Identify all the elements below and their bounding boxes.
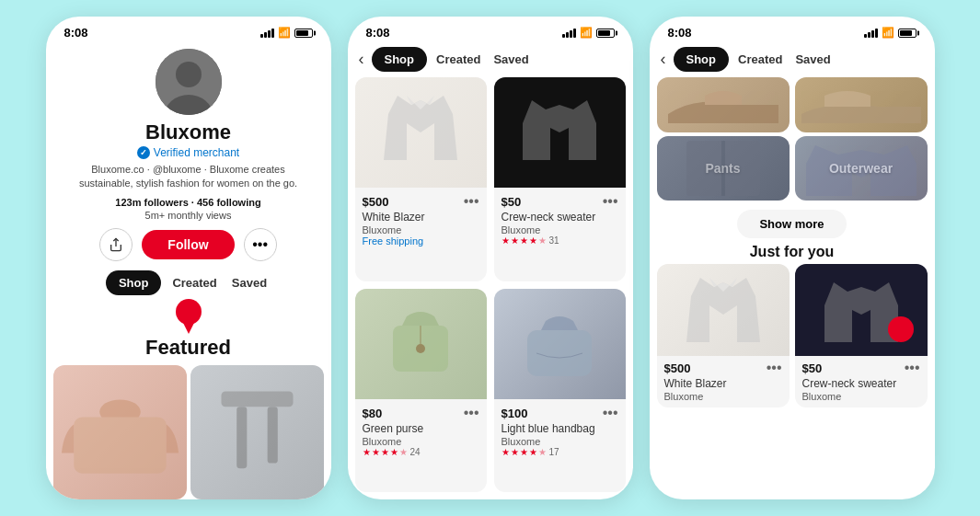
product-card-1[interactable]: $500 ••• White Blazer Bluxome Free shipp… bbox=[355, 77, 487, 281]
shop-grid: $500 ••• White Blazer Bluxome Free shipp… bbox=[348, 77, 633, 499]
more-button[interactable]: ••• bbox=[244, 228, 277, 261]
jfy-grid: $500 ••• White Blazer Bluxome bbox=[650, 264, 935, 415]
featured-label: Featured bbox=[145, 336, 231, 360]
product-info-2: $50 ••• Crew-neck sweater Bluxome ★★★★★ … bbox=[494, 188, 626, 253]
category-shoes2[interactable] bbox=[795, 77, 928, 132]
jfy-name-2: Crew-neck sweater bbox=[802, 377, 920, 390]
tab-saved-3[interactable]: Saved bbox=[791, 47, 834, 72]
tab-created-3[interactable]: Created bbox=[734, 47, 786, 72]
featured-image-1 bbox=[53, 365, 187, 499]
tab-created[interactable]: Created bbox=[168, 270, 220, 295]
verified-icon: ✓ bbox=[137, 146, 150, 159]
time-2: 8:08 bbox=[366, 26, 390, 40]
product-info-4: $100 ••• Light blue handbag Bluxome ★★★★… bbox=[494, 399, 626, 464]
share-button[interactable] bbox=[99, 228, 133, 261]
product-seller-4: Bluxome bbox=[502, 436, 618, 447]
svg-rect-6 bbox=[221, 391, 293, 407]
jfy-card-2[interactable]: $50 ••• Crew-neck sweater Bluxome bbox=[795, 264, 928, 407]
product-price-4: $100 bbox=[502, 407, 528, 420]
wifi-icon: 📶 bbox=[278, 27, 291, 39]
featured-images bbox=[46, 365, 331, 499]
tab-created-2[interactable]: Created bbox=[432, 47, 484, 72]
product-seller-2: Bluxome bbox=[502, 224, 618, 235]
stars-4: ★★★★★ 17 bbox=[502, 447, 618, 457]
top-categories bbox=[650, 77, 935, 136]
product-card-3[interactable]: $80 ••• Green purse Bluxome ★★★★★ 24 bbox=[355, 289, 487, 492]
jfy-price-2: $50 bbox=[802, 361, 823, 375]
product-seller-1: Bluxome bbox=[363, 224, 479, 235]
stars-3: ★★★★★ 24 bbox=[363, 447, 479, 457]
product-dots-3[interactable]: ••• bbox=[464, 405, 479, 421]
product-dots-1[interactable]: ••• bbox=[464, 193, 479, 210]
tab-shop[interactable]: Shop bbox=[106, 270, 162, 295]
product-dots-4[interactable]: ••• bbox=[603, 405, 618, 421]
svg-rect-7 bbox=[236, 407, 247, 468]
phone1: 8:08 📶 bbox=[46, 17, 331, 499]
jfy-info-1: $500 ••• White Blazer Bluxome bbox=[657, 356, 790, 407]
phone2: 8:08 📶 ‹ Shop Created Saved bbox=[348, 17, 633, 499]
follow-button[interactable]: Follow bbox=[142, 230, 234, 259]
signal-icon-2 bbox=[562, 29, 576, 38]
product-name-1: White Blazer bbox=[363, 211, 479, 224]
tab-saved-2[interactable]: Saved bbox=[490, 47, 532, 72]
product-info-3: $80 ••• Green purse Bluxome ★★★★★ 24 bbox=[355, 399, 487, 464]
svg-rect-5 bbox=[74, 417, 166, 473]
profile-views: 5m+ monthly views bbox=[145, 210, 232, 221]
svg-point-10 bbox=[416, 344, 425, 353]
jfy-info-2: $50 ••• Crew-neck sweater Bluxome bbox=[795, 356, 928, 407]
category-shoes1[interactable] bbox=[657, 77, 790, 132]
product-card-2[interactable]: $50 ••• Crew-neck sweater Bluxome ★★★★★ … bbox=[494, 77, 626, 281]
status-bar-2: 8:08 📶 bbox=[348, 17, 633, 43]
product-card-4[interactable]: $100 ••• Light blue handbag Bluxome ★★★★… bbox=[494, 289, 626, 492]
red-circle bbox=[888, 316, 914, 342]
product-name-3: Green purse bbox=[363, 422, 479, 435]
profile-tabs: Shop Created Saved bbox=[106, 270, 271, 295]
tab-shop-2[interactable]: Shop bbox=[372, 47, 428, 72]
more-icon: ••• bbox=[252, 236, 268, 253]
category-outerwear[interactable]: Outerwear bbox=[795, 136, 928, 201]
product-name-4: Light blue handbag bbox=[502, 422, 618, 435]
jfy-price-1: $500 bbox=[664, 361, 691, 375]
back-button-3[interactable]: ‹ bbox=[661, 50, 666, 69]
battery-icon bbox=[294, 29, 313, 38]
product-price-3: $80 bbox=[363, 407, 383, 420]
jfy-seller-2: Bluxome bbox=[802, 391, 920, 402]
jfy-dots-1[interactable]: ••• bbox=[767, 360, 782, 376]
category-pants[interactable]: Pants bbox=[657, 136, 790, 201]
product-image-2 bbox=[494, 77, 626, 188]
svg-rect-8 bbox=[267, 407, 277, 463]
tab-saved[interactable]: Saved bbox=[228, 270, 271, 295]
time-1: 8:08 bbox=[64, 26, 88, 40]
phone3: 8:08 📶 ‹ Shop Created Saved bbox=[650, 17, 935, 499]
product-price-2: $50 bbox=[502, 195, 522, 209]
avatar bbox=[156, 49, 222, 115]
status-icons-2: 📶 bbox=[562, 27, 615, 39]
profile-stats: 123m followers · 456 following bbox=[115, 197, 260, 208]
nav-bar-2: ‹ Shop Created Saved bbox=[348, 43, 633, 77]
product-info-1: $500 ••• White Blazer Bluxome Free shipp… bbox=[355, 188, 487, 254]
jfy-dots-2[interactable]: ••• bbox=[905, 360, 920, 376]
nav-tabs-2: Shop Created Saved bbox=[372, 47, 533, 72]
status-bar-1: 8:08 📶 bbox=[46, 17, 331, 43]
product-name-2: Crew-neck sweater bbox=[502, 211, 618, 224]
show-more-button[interactable]: Show more bbox=[737, 210, 846, 238]
jfy-card-1[interactable]: $500 ••• White Blazer Bluxome bbox=[657, 264, 790, 407]
jfy-image-1 bbox=[657, 264, 790, 356]
product-image-1 bbox=[355, 77, 487, 188]
featured-image-2 bbox=[190, 365, 324, 499]
product-shipping-1: Free shipping bbox=[363, 235, 479, 247]
verified-text: Verified merchant bbox=[154, 146, 239, 159]
wifi-icon-2: 📶 bbox=[580, 27, 593, 39]
svg-point-1 bbox=[176, 62, 202, 87]
profile-name: Bluxome bbox=[145, 120, 231, 144]
status-icons-1: 📶 bbox=[260, 27, 313, 39]
tab-shop-3[interactable]: Shop bbox=[674, 47, 730, 72]
back-button-2[interactable]: ‹ bbox=[359, 50, 364, 69]
nav-tabs-3: Shop Created Saved bbox=[674, 47, 835, 72]
battery-icon-3 bbox=[898, 29, 917, 38]
product-image-3 bbox=[355, 289, 487, 399]
product-seller-3: Bluxome bbox=[363, 436, 479, 447]
battery-icon-2 bbox=[596, 29, 615, 38]
pin-icon bbox=[176, 299, 202, 334]
product-dots-2[interactable]: ••• bbox=[603, 193, 618, 210]
